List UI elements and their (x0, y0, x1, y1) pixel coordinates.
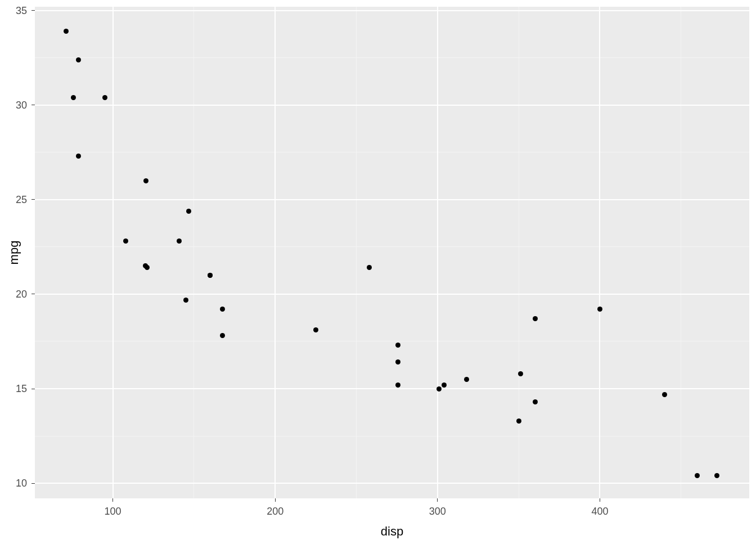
x-axis-title: disp (381, 525, 403, 538)
y-axis-title: mpg (8, 241, 20, 265)
data-point (208, 273, 213, 278)
scatter-chart: 100200300400 101520253035 disp mpg (0, 0, 756, 540)
y-tick-mark (32, 483, 35, 484)
x-tick-label: 200 (267, 506, 284, 516)
gridline-major-v (437, 7, 438, 498)
gridline-minor-v (194, 7, 194, 498)
data-point (662, 392, 667, 397)
gridline-major-v (599, 7, 600, 498)
y-tick-mark (32, 105, 35, 105)
y-tick-label: 35 (16, 6, 27, 16)
gridline-major-v (274, 7, 276, 498)
x-tick-mark (275, 498, 276, 502)
y-tick-label: 25 (16, 195, 27, 205)
data-point (714, 473, 719, 478)
gridline-major-h (35, 294, 749, 295)
data-point (102, 95, 107, 100)
data-point (186, 209, 191, 214)
gridline-minor-h (35, 341, 749, 341)
y-tick-label: 20 (16, 289, 27, 299)
data-point (436, 386, 442, 392)
gridline-major-h (35, 10, 749, 11)
gridline-minor-v (356, 7, 357, 498)
x-tick-label: 100 (105, 506, 122, 516)
data-point (183, 298, 188, 303)
data-point (518, 371, 523, 376)
plot-panel (35, 7, 749, 498)
data-point (533, 316, 538, 321)
gridline-major-h (35, 388, 749, 389)
gridline-major-h (35, 105, 749, 106)
y-tick-mark (32, 389, 35, 389)
x-tick-mark (600, 498, 600, 502)
x-tick-mark (437, 498, 438, 502)
gridline-major-v (112, 7, 114, 498)
y-tick-label: 15 (16, 384, 27, 394)
data-point (464, 377, 469, 382)
gridline-minor-h (35, 436, 749, 436)
x-tick-label: 300 (429, 506, 446, 516)
y-tick-mark (32, 199, 35, 200)
y-tick-label: 10 (16, 478, 27, 488)
gridline-major-h (35, 483, 749, 484)
gridline-minor-v (519, 7, 519, 498)
gridline-major-h (35, 199, 749, 200)
y-tick-mark (32, 294, 35, 294)
data-point (533, 399, 538, 404)
data-point (442, 382, 447, 388)
gridline-minor-v (681, 7, 681, 498)
data-point (143, 178, 148, 183)
data-point (76, 57, 81, 62)
gridline-minor-h (35, 246, 749, 247)
x-tick-label: 400 (591, 506, 608, 516)
y-tick-mark (32, 10, 35, 11)
y-tick-label: 30 (16, 100, 27, 110)
data-point (64, 29, 69, 34)
data-point (71, 95, 76, 100)
data-point (516, 418, 521, 424)
gridline-minor-h (35, 152, 749, 152)
x-tick-mark (112, 498, 113, 502)
gridline-minor-h (35, 57, 749, 58)
